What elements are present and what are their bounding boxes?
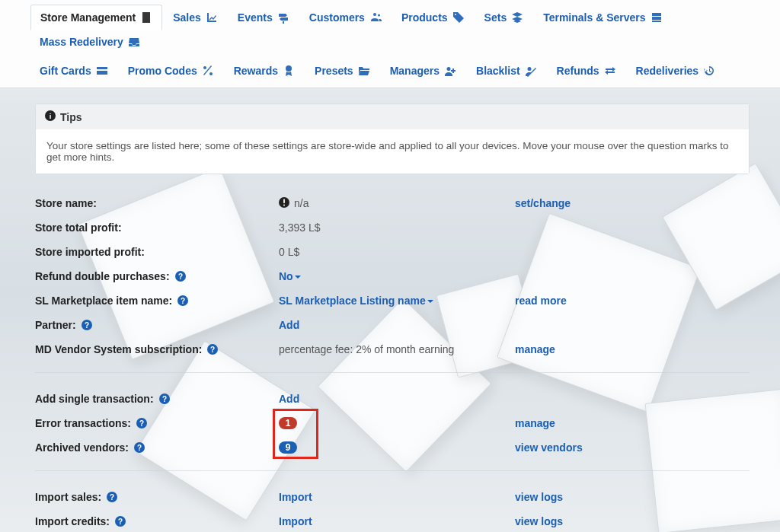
award-icon [283,65,295,77]
row-partner: Partner: ? Add [35,313,750,337]
exchange-icon [604,65,616,77]
tab-sets[interactable]: Sets [475,5,533,30]
value: 3,393 L$ [279,221,321,234]
tab-redeliveries[interactable]: Redeliveries [627,59,725,83]
tags-icon [452,11,465,24]
help-icon[interactable]: ? [136,417,148,429]
partner-add-link[interactable]: Add [279,319,299,331]
tab-label: Blacklist [476,65,520,77]
tab-label: Terminals & Servers [543,11,645,24]
inbox-icon [128,36,140,48]
nav-tabs: Store Management Sales Events Customers … [0,0,780,88]
tab-label: Mass Redelivery [40,36,123,48]
svg-rect-4 [283,204,285,205]
settings-table: Store name: n/a set/change Store total p… [35,191,750,532]
tab-store-management[interactable]: Store Management [30,5,162,30]
import-sales-link[interactable]: Import [279,491,312,503]
value: percentage fee: 2% of month earning [279,343,454,355]
tab-refunds[interactable]: Refunds [548,59,625,83]
set-change-link[interactable]: set/change [515,197,571,209]
help-icon[interactable]: ? [81,319,93,331]
svg-text:?: ? [181,297,185,305]
tab-blacklist[interactable]: Blacklist [467,59,546,83]
signpost-icon [277,11,289,24]
tips-header: i Tips [36,104,749,129]
tab-sales[interactable]: Sales [164,5,227,30]
tab-label: Gift Cards [40,65,91,77]
value: 0 L$ [279,246,299,258]
user-plus-icon [444,65,456,77]
tab-label: Promo Codes [128,65,197,77]
view-logs-link[interactable]: view logs [515,491,563,503]
tab-label: Rewards [234,65,278,77]
label: Partner: [35,319,76,331]
help-icon[interactable]: ? [114,515,126,527]
row-add-single-transaction: Add single transaction: ? Add [35,387,750,411]
tab-terminals-servers[interactable]: Terminals & Servers [534,5,671,30]
label: Import sales: [35,491,101,503]
row-store-imported-profit: Store imported profit: 0 L$ [35,240,750,264]
tab-managers[interactable]: Managers [381,59,465,83]
tab-label: Sets [484,11,507,24]
help-icon[interactable]: ? [177,295,189,307]
help-icon[interactable]: ? [206,343,219,355]
add-transaction-link[interactable]: Add [279,393,299,405]
error-count-badge: 1 [279,417,297,429]
row-archived-vendors: Archived vendors: ? 9 view vendors [35,435,750,460]
tab-label: Managers [390,65,440,77]
label: Store name: [35,197,97,209]
label: Import credits: [35,515,110,527]
refund-double-dropdown[interactable]: No [279,270,301,282]
info-icon: i [45,110,56,123]
value: n/a [294,197,308,209]
tab-customers[interactable]: Customers [300,5,391,30]
manage-subscription-link[interactable]: manage [515,343,555,355]
svg-text:?: ? [118,518,123,526]
svg-text:?: ? [110,493,114,502]
tab-products[interactable]: Products [392,5,474,30]
manage-errors-link[interactable]: manage [515,417,555,429]
tab-promo-codes[interactable]: Promo Codes [119,59,223,83]
tab-gift-cards[interactable]: Gift Cards [30,59,117,83]
import-credits-link[interactable]: Import [279,515,312,527]
tab-label: Refunds [557,65,599,77]
label: Archived vendors: [35,441,129,454]
tab-label: Products [401,11,448,24]
svg-text:?: ? [139,419,144,428]
users-icon [369,11,382,24]
row-store-name: Store name: n/a set/change [35,191,750,215]
tab-label: Presets [315,65,353,77]
svg-text:?: ? [210,346,215,354]
svg-text:?: ? [137,444,142,452]
user-slash-icon [525,65,537,77]
percent-icon [202,65,214,77]
tab-rewards[interactable]: Rewards [225,59,304,83]
server-icon [651,11,663,24]
help-icon[interactable]: ? [174,270,187,282]
tab-presets[interactable]: Presets [305,59,379,83]
help-icon[interactable]: ? [106,491,118,503]
tab-label: Sales [173,11,201,24]
label: Error transactions: [35,417,131,429]
svg-rect-3 [283,199,285,202]
read-more-link[interactable]: read more [515,295,567,307]
chart-line-icon [206,11,218,24]
row-import-credits: Import credits: ? Import view logs [35,509,750,532]
label: Store imported profit: [35,246,145,258]
row-sl-marketplace-name: SL Marketplace item name: ? SL Marketpla… [35,288,750,313]
layers-icon [511,11,523,24]
help-icon[interactable]: ? [133,441,145,454]
view-logs-link[interactable]: view logs [515,515,563,527]
tips-title: Tips [60,111,82,123]
svg-text:i: i [50,112,52,120]
label: MD Vendor System subscription: [35,343,202,355]
label: Store total profit: [35,221,122,234]
tab-mass-redelivery[interactable]: Mass Redelivery [30,30,149,54]
warning-icon [279,197,289,210]
view-vendors-link[interactable]: view vendors [515,441,583,454]
sl-marketplace-dropdown[interactable]: SL Marketplace Listing name [279,295,433,307]
tab-label: Events [238,11,273,24]
history-icon [703,65,715,77]
help-icon[interactable]: ? [158,393,171,405]
tab-events[interactable]: Events [229,5,299,30]
